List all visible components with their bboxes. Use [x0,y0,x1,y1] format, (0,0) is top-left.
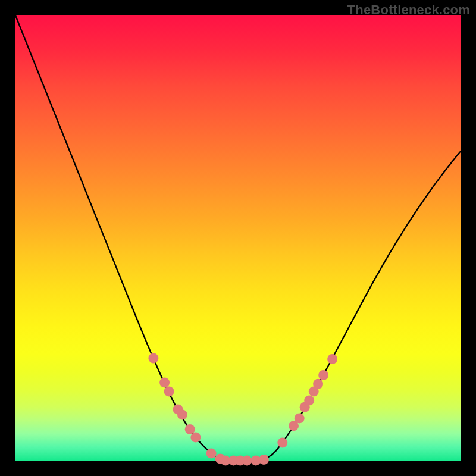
data-marker [242,456,252,466]
data-marker [164,387,174,397]
data-marker [295,413,305,423]
data-marker [327,354,337,364]
data-marker [318,370,328,380]
data-marker [190,433,201,443]
data-marker [304,396,314,406]
data-marker [159,378,170,388]
chart-frame: TheBottleneck.com [0,0,476,476]
chart-svg [15,15,461,461]
data-marker [206,449,217,459]
data-marker [177,410,187,420]
data-marker [313,379,323,389]
watermark-text: TheBottleneck.com [347,2,470,18]
bottleneck-curve [15,15,461,461]
data-marker [148,353,158,364]
marker-group [148,353,337,466]
plot-area [15,15,461,461]
data-marker [277,438,287,448]
data-marker [259,455,269,465]
